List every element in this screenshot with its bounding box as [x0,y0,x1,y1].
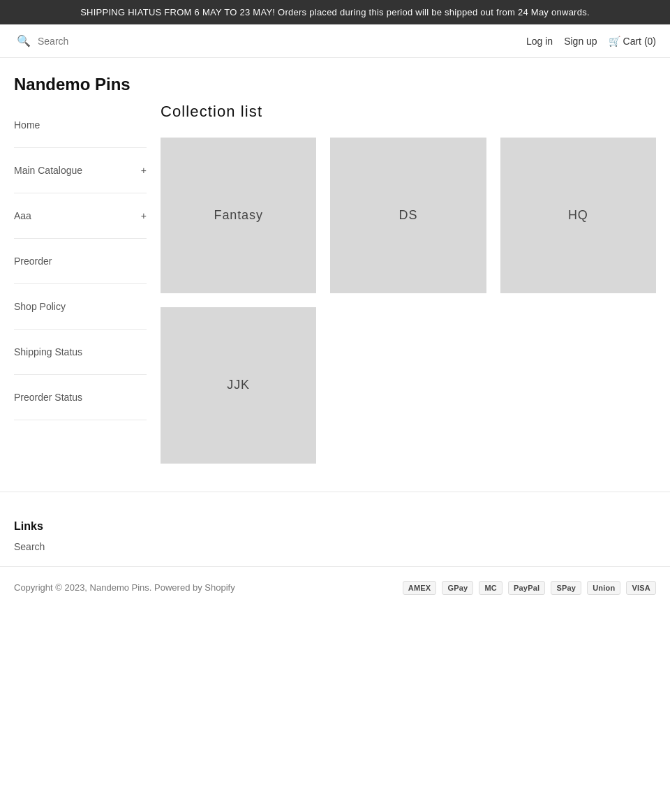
site-title-wrap: Nandemo Pins [0,58,670,103]
footer-search-link[interactable]: Search [14,541,45,552]
sidebar-link-aaa[interactable]: Aaa + [14,193,147,238]
collection-grid-row1: Fantasy DS HQ [161,138,656,293]
site-header: 🔍 Log in Sign up 🛒 Cart (0) [0,24,670,58]
site-title: Nandemo Pins [14,75,656,94]
collection-card-ds[interactable]: DS [330,138,486,293]
payment-spay: SPay [551,581,581,595]
sidebar-item-shipping-status[interactable]: Shipping Status [14,330,147,375]
footer-links-list: Search [14,541,656,552]
sidebar-item-preorder[interactable]: Preorder [14,239,147,284]
sidebar-item-preorder-status[interactable]: Preorder Status [14,375,147,420]
search-form: 🔍 [14,31,135,50]
search-input[interactable] [38,36,135,47]
login-link[interactable]: Log in [526,36,553,47]
sidebar-link-home[interactable]: Home [14,103,147,147]
expand-icon-aaa: + [141,202,147,230]
sidebar-item-aaa[interactable]: Aaa + [14,193,147,239]
footer-links-title: Links [14,520,656,533]
cart-link[interactable]: 🛒 Cart (0) [609,36,656,47]
collection-grid-row2: JJK [161,307,656,463]
search-button[interactable]: 🔍 [14,31,34,50]
collection-card-fantasy[interactable]: Fantasy [161,138,316,293]
header-actions: Log in Sign up 🛒 Cart (0) [526,36,656,47]
sidebar: Home Main Catalogue + Aaa + Preorder [14,103,147,464]
sidebar-link-preorder-status[interactable]: Preorder Status [14,375,147,420]
sidebar-item-main-catalogue[interactable]: Main Catalogue + [14,148,147,193]
sidebar-nav: Home Main Catalogue + Aaa + Preorder [14,103,147,420]
payment-paypal: PayPal [508,581,545,595]
main-layout: Home Main Catalogue + Aaa + Preorder [0,103,670,492]
signup-link[interactable]: Sign up [564,36,597,47]
sidebar-item-shop-policy[interactable]: Shop Policy [14,284,147,330]
sidebar-item-home[interactable]: Home [14,103,147,148]
sidebar-link-preorder[interactable]: Preorder [14,239,147,283]
payment-visa: VISA [626,581,656,595]
payment-amex: AMEX [403,581,437,595]
collection-card-hq[interactable]: HQ [500,138,656,293]
content-area: Collection list Fantasy DS HQ JJK [161,103,656,464]
sidebar-link-shipping-status[interactable]: Shipping Status [14,330,147,374]
expand-icon-main-catalogue: + [141,156,147,184]
announcement-text: SHIPPING HIATUS FROM 6 MAY TO 23 MAY! Or… [80,7,590,17]
search-icon: 🔍 [17,35,31,47]
footer-copyright: Copyright © 2023, Nandemo Pins. Powered … [14,582,235,593]
announcement-bar: SHIPPING HIATUS FROM 6 MAY TO 23 MAY! Or… [0,0,670,24]
footer-bottom: Copyright © 2023, Nandemo Pins. Powered … [0,566,670,609]
payment-icons: AMEX GPay MC PayPal SPay Union VISA [403,581,656,595]
sidebar-link-main-catalogue[interactable]: Main Catalogue + [14,148,147,193]
collection-card-jjk[interactable]: JJK [161,307,316,463]
collection-list-title: Collection list [161,103,656,121]
payment-gpay: GPay [442,581,473,595]
footer-links-section: Links Search [0,492,670,566]
payment-mc: MC [479,581,502,595]
payment-union: Union [587,581,620,595]
footer-link-search[interactable]: Search [14,541,656,552]
cart-icon: 🛒 [609,36,620,47]
sidebar-link-shop-policy[interactable]: Shop Policy [14,284,147,329]
